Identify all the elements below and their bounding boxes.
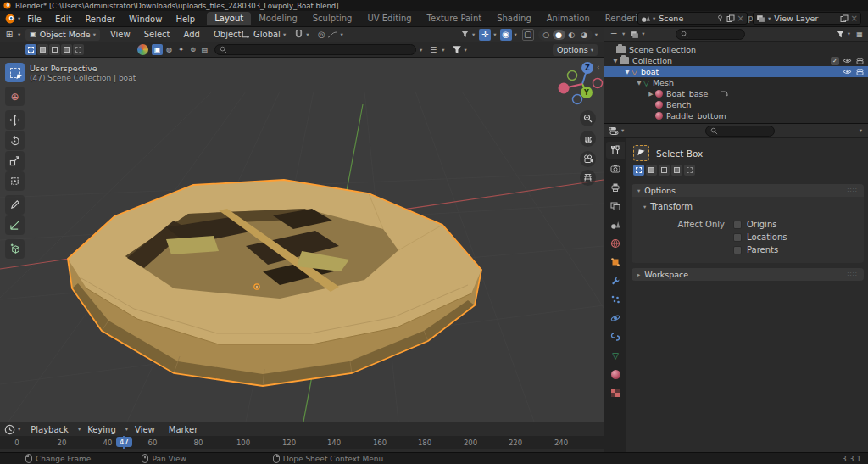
display-mode-list-icon[interactable]: ☰ bbox=[427, 44, 439, 56]
gizmo-y-neg-axis[interactable] bbox=[568, 71, 577, 81]
tab-animation[interactable]: Animation bbox=[539, 12, 598, 25]
mode-selector[interactable]: ▣ Object Mode ▾ bbox=[25, 29, 100, 41]
options-button[interactable]: Options ▾ bbox=[553, 44, 598, 56]
outliner-sync-icon[interactable] bbox=[630, 30, 639, 39]
menu-playback[interactable]: Playback bbox=[24, 425, 75, 434]
tab-particles[interactable] bbox=[606, 291, 625, 308]
outliner-row-boat-base[interactable]: ▶ Boat_base bbox=[604, 88, 868, 99]
outliner-search-input[interactable] bbox=[676, 29, 745, 40]
origins-checkbox[interactable] bbox=[733, 221, 742, 229]
outliner-row-scene-collection[interactable]: Scene Collection bbox=[604, 44, 868, 55]
tab-sculpting[interactable]: Sculpting bbox=[305, 12, 360, 25]
tool-annotate[interactable] bbox=[5, 195, 25, 215]
tab-world[interactable] bbox=[606, 235, 625, 252]
tab-object-data[interactable]: ▽ bbox=[606, 347, 625, 364]
toggle-ortho-button[interactable] bbox=[580, 170, 596, 186]
tool-cursor[interactable]: ⊕ bbox=[5, 87, 25, 106]
tab-physics[interactable] bbox=[606, 310, 625, 327]
camera-restrict-icon[interactable] bbox=[855, 57, 865, 65]
menu-window[interactable]: Window bbox=[122, 14, 169, 24]
active-tool-icon[interactable] bbox=[633, 145, 649, 161]
tool-scale[interactable] bbox=[5, 151, 25, 171]
blender-menu-icon[interactable] bbox=[5, 14, 15, 24]
show-gizmo-toggle[interactable]: ✛ bbox=[479, 29, 491, 41]
tool-search-input[interactable] bbox=[214, 44, 416, 55]
select-mode-subtract-icon[interactable] bbox=[49, 44, 60, 55]
menu-keying[interactable]: Keying bbox=[81, 425, 123, 434]
filter-funnel-icon[interactable] bbox=[452, 45, 462, 55]
shading-solid-icon[interactable]: ● bbox=[553, 30, 565, 40]
select-mode-extend-icon[interactable] bbox=[646, 165, 657, 176]
select-mode-invert-icon[interactable] bbox=[671, 165, 682, 176]
select-mode-invert-icon[interactable] bbox=[61, 44, 72, 55]
timeline-ruler[interactable]: 0 20 40 60 80 100 120 140 160 180 200 22… bbox=[0, 436, 604, 449]
tool-move[interactable] bbox=[5, 110, 25, 130]
gizmo-z-neg-axis[interactable] bbox=[573, 95, 582, 104]
outliner-display-mode-icon[interactable]: ☰ bbox=[608, 28, 620, 40]
tab-scene[interactable] bbox=[606, 216, 625, 233]
xray-toggle[interactable]: ▢ bbox=[522, 29, 534, 41]
selectability-filter-icon[interactable] bbox=[460, 30, 470, 39]
falloff-curve-icon[interactable] bbox=[327, 31, 337, 39]
menu-select[interactable]: Select bbox=[137, 30, 177, 39]
select-mode-extend-icon[interactable] bbox=[37, 44, 48, 55]
remove-view-layer-icon[interactable]: × bbox=[851, 14, 858, 23]
panel-grip-icon[interactable]: ∷∷ bbox=[848, 271, 858, 278]
menu-add[interactable]: Add bbox=[177, 30, 207, 39]
shading-material-icon[interactable]: ◐ bbox=[565, 30, 578, 40]
filter-globe-icon[interactable]: ⊚ bbox=[187, 44, 198, 55]
tool-add-cube[interactable] bbox=[5, 239, 25, 259]
pan-view-button[interactable] bbox=[580, 131, 596, 147]
new-scene-icon[interactable] bbox=[726, 14, 735, 23]
menu-view[interactable]: View bbox=[128, 425, 162, 434]
parents-checkbox[interactable] bbox=[733, 246, 742, 254]
tab-tool[interactable] bbox=[606, 142, 625, 159]
pin-icon[interactable] bbox=[716, 14, 724, 22]
show-overlays-toggle[interactable]: ◉ bbox=[500, 29, 512, 41]
menu-view[interactable]: View bbox=[103, 30, 137, 39]
filter-object-icon[interactable]: ▣ bbox=[152, 44, 163, 55]
tab-modifiers[interactable] bbox=[606, 272, 625, 289]
tab-layout[interactable]: Layout bbox=[207, 12, 251, 25]
snap-magnet-icon[interactable] bbox=[294, 30, 303, 39]
tab-constraints[interactable] bbox=[606, 328, 625, 345]
tool-transform[interactable] bbox=[5, 171, 25, 191]
eye-icon[interactable] bbox=[843, 57, 852, 64]
workspace-panel-header[interactable]: ▸ Workspace ∷∷ bbox=[632, 268, 864, 281]
chevron-down-icon[interactable]: ▾ bbox=[420, 47, 422, 53]
tab-shading[interactable]: Shading bbox=[489, 12, 539, 25]
expand-caret-icon[interactable]: ▼ bbox=[635, 80, 643, 87]
select-mode-new-icon[interactable] bbox=[633, 165, 644, 176]
tab-render[interactable] bbox=[606, 160, 625, 177]
editor-type-icon[interactable]: ⊞ bbox=[3, 29, 15, 41]
camera-view-button[interactable] bbox=[580, 151, 596, 167]
proportional-edit-icon[interactable]: ◎ bbox=[315, 29, 327, 41]
eye-icon[interactable] bbox=[843, 68, 852, 75]
select-mode-intersect-icon[interactable] bbox=[684, 165, 695, 176]
viewport-canvas[interactable]: User Perspective (47) Scene Collection |… bbox=[0, 58, 604, 422]
camera-restrict-icon[interactable] bbox=[855, 68, 865, 76]
chevron-down-icon[interactable]: ▾ bbox=[860, 127, 862, 134]
tool-measure[interactable] bbox=[5, 215, 25, 235]
playhead-badge[interactable]: 47 bbox=[116, 437, 132, 447]
select-mode-subtract-icon[interactable] bbox=[659, 165, 670, 176]
tab-uv-editing[interactable]: UV Editing bbox=[359, 12, 419, 25]
new-view-layer-icon[interactable] bbox=[840, 14, 849, 23]
properties-editor-icon[interactable] bbox=[608, 126, 619, 136]
outliner-row-paddle-bottom[interactable]: Paddle_bottom bbox=[604, 110, 868, 121]
filter-world-icon[interactable]: ◍ bbox=[164, 44, 175, 55]
tab-view-layer[interactable] bbox=[606, 198, 625, 215]
filter-character-icon[interactable]: ✦ bbox=[175, 44, 186, 55]
options-panel-header[interactable]: ▾ Options ∷∷ bbox=[632, 184, 864, 197]
filter-print-icon[interactable]: ▤ bbox=[199, 44, 210, 55]
transform-subpanel-header[interactable]: ▾ Transform bbox=[632, 202, 864, 216]
scene-selector[interactable]: ▾ Scene × bbox=[637, 12, 748, 25]
menu-edit[interactable]: Edit bbox=[48, 14, 78, 24]
panel-grip-icon[interactable]: ∷∷ bbox=[848, 187, 858, 194]
properties-search-input[interactable] bbox=[705, 126, 775, 137]
expand-caret-icon[interactable]: ▶ bbox=[647, 91, 655, 98]
menu-render[interactable]: Render bbox=[78, 14, 122, 24]
zoom-view-button[interactable] bbox=[580, 110, 596, 126]
view-layer-selector[interactable]: ▾ View Layer × bbox=[753, 12, 861, 25]
orientation-label[interactable]: Global bbox=[253, 30, 281, 39]
